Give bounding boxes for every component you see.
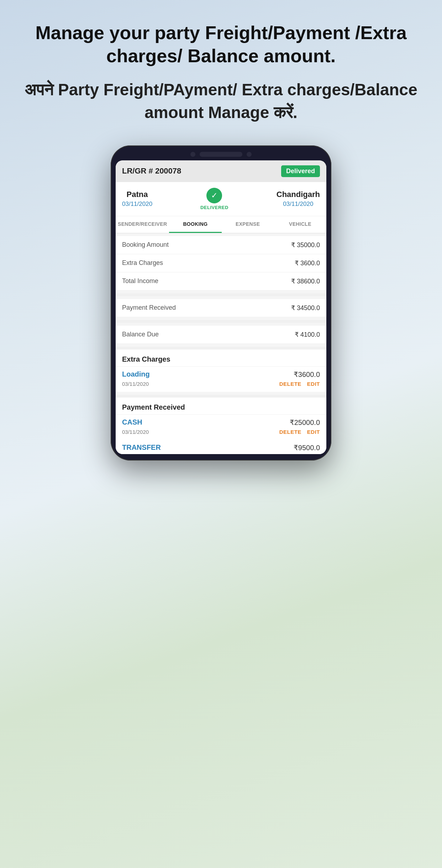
payment-amount-transfer: ₹9500.0 [294,443,320,452]
tab-vehicle[interactable]: VEHICLE [274,216,326,233]
payment-received-row: Payment Received ₹ 34500.0 [116,299,326,317]
delivered-check-icon: ✓ [206,188,222,203]
charge-row: Loading ₹3600.0 [122,370,320,379]
lr-header: LR/GR # 200078 Delivered [116,160,326,182]
payment-item-transfer: TRANSFER ₹9500.0 [116,440,326,454]
total-income-label: Total Income [122,277,158,285]
payment-item-cash: CASH ₹25000.0 03/11/2020 DELETE EDIT [116,414,326,440]
balance-due-row: Balance Due ₹ 4100.0 [116,326,326,344]
payment-actions-cash: DELETE EDIT [279,429,320,435]
payment-cash-row: CASH ₹25000.0 [122,418,320,427]
tab-sender-receiver[interactable]: SENDER/RECEIVER [116,216,169,233]
booking-amount-value: ₹ 35000.0 [291,241,320,249]
booking-amount-label: Booking Amount [122,241,169,249]
balance-due-value: ₹ 4100.0 [295,331,320,339]
charge-delete-button-loading[interactable]: DELETE [279,381,301,387]
payment-delete-button-cash[interactable]: DELETE [279,429,301,435]
separator-3 [116,347,326,350]
payment-section: Payment Received CASH ₹25000.0 03/11/202… [116,398,326,454]
phone-sensor-dot [190,152,195,157]
extra-charges-label: Extra Charges [122,259,163,267]
phone-camera-dot [247,152,252,157]
phone-top-bar [116,152,326,157]
destination-city-date: 03/11/2020 [277,201,320,208]
extra-charges-section: Extra Charges Loading ₹3600.0 03/11/2020… [116,350,326,392]
origin-city: Patna 03/11/2020 [122,190,152,208]
total-income-value: ₹ 38600.0 [291,277,320,285]
destination-city: Chandigarh 03/11/2020 [277,190,320,208]
charge-item-loading: Loading ₹3600.0 03/11/2020 DELETE EDIT [116,366,326,392]
phone-mockup: LR/GR # 200078 Delivered Patna 03/11/202… [111,145,331,460]
payment-received-label: Payment Received [122,304,176,311]
phone-screen: LR/GR # 200078 Delivered Patna 03/11/202… [116,160,326,454]
charge-edit-button-loading[interactable]: EDIT [307,381,320,387]
charge-amount-loading: ₹3600.0 [294,370,320,379]
payment-received-summary-section: Payment Received ₹ 34500.0 [116,299,326,317]
route-delivered-label: DELIVERED [200,205,228,210]
payment-date-cash: 03/11/2020 [122,429,149,435]
charge-meta-loading: 03/11/2020 DELETE EDIT [122,381,320,387]
balance-due-label: Balance Due [122,331,159,338]
delivered-badge: Delivered [281,165,320,177]
lr-number: LR/GR # 200078 [122,166,181,176]
charge-actions-loading: DELETE EDIT [279,381,320,387]
payment-edit-button-cash[interactable]: EDIT [307,429,320,435]
route-middle: ✓ DELIVERED [200,188,228,210]
phone-speaker [200,152,242,157]
payment-received-value: ₹ 34500.0 [291,304,320,312]
charge-name-loading: Loading [122,370,150,378]
payment-name-cash: CASH [122,418,142,426]
separator-1 [116,293,326,296]
extra-charges-value: ₹ 3600.0 [295,259,320,267]
page-headline-english: Manage your party Freight/Payment /Extra… [11,21,431,68]
separator-2 [116,320,326,323]
finance-section: Booking Amount ₹ 35000.0 Extra Charges ₹… [116,236,326,291]
route-section: Patna 03/11/2020 ✓ DELIVERED Chandigarh … [116,182,326,216]
page-headline-hindi: अपने Party Freight/PAyment/ Extra charge… [11,78,431,124]
balance-due-section: Balance Due ₹ 4100.0 [116,326,326,344]
tabs-row: SENDER/RECEIVER BOOKING EXPENSE VEHICLE [116,216,326,233]
extra-charges-section-title: Extra Charges [116,350,326,366]
tab-booking[interactable]: BOOKING [169,216,221,233]
separator-4 [116,395,326,398]
total-income-row: Total Income ₹ 38600.0 [116,272,326,291]
payment-section-title: Payment Received [116,398,326,414]
tab-expense[interactable]: EXPENSE [222,216,274,233]
destination-city-name: Chandigarh [277,190,320,199]
payment-amount-cash: ₹25000.0 [290,418,320,427]
extra-charges-row: Extra Charges ₹ 3600.0 [116,254,326,272]
origin-city-name: Patna [122,190,152,199]
payment-name-transfer: TRANSFER [122,443,161,452]
origin-city-date: 03/11/2020 [122,201,152,208]
payment-meta-cash: 03/11/2020 DELETE EDIT [122,429,320,435]
booking-amount-row: Booking Amount ₹ 35000.0 [116,236,326,254]
charge-date-loading: 03/11/2020 [122,381,149,387]
